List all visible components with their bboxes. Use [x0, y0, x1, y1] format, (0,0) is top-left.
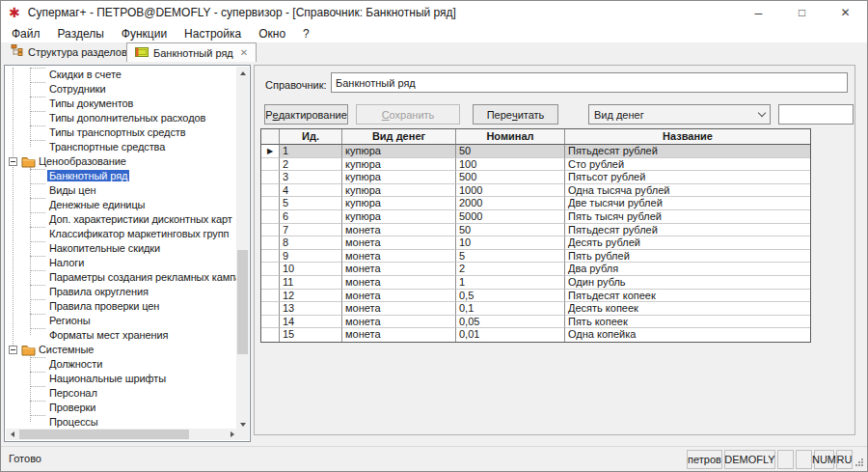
tree-item[interactable]: Должности [6, 357, 237, 372]
tree-item-label[interactable]: Скидки в счете [47, 69, 123, 80]
tree-item[interactable]: Национальные шрифты [6, 372, 237, 386]
row-selector-cell[interactable] [261, 210, 280, 224]
row-selector-cell[interactable]: ▶ [261, 145, 280, 158]
tree-item-label[interactable]: Виды цен [47, 184, 97, 196]
table-row[interactable]: 14монета0,05Пять копеек [261, 316, 810, 329]
tree-item-label[interactable]: Накопительные скидки [47, 242, 162, 254]
tree-item[interactable]: Транспортные средства [6, 140, 237, 154]
tree-item-label[interactable]: Проверки [47, 402, 97, 413]
table-row[interactable]: 5купюра2000Две тысячи рублей [261, 197, 810, 210]
row-selector-cell[interactable] [261, 171, 280, 184]
menu-item[interactable]: ? [294, 24, 318, 42]
tree-item[interactable]: Доп. характеристики дисконтных карт [6, 212, 237, 227]
menu-item[interactable]: Функции [113, 24, 176, 42]
scroll-up-button[interactable] [236, 67, 249, 79]
row-selector-cell[interactable] [261, 224, 280, 237]
tree-item-label[interactable]: Персонал [47, 387, 99, 399]
minimize-button[interactable]: – [737, 1, 780, 24]
tree-item-label[interactable]: Ценообразование [39, 155, 126, 167]
tab-banknote-row[interactable]: Банкнотный ряд✕ [126, 42, 257, 62]
menu-item[interactable]: Настройка [176, 24, 250, 42]
tree-item[interactable]: Персонал [6, 386, 237, 401]
scroll-left-button[interactable] [6, 429, 18, 440]
tree-item[interactable]: Виды цен [6, 183, 237, 198]
edit-button[interactable]: Редактирование [264, 104, 348, 125]
column-header[interactable]: Название [565, 129, 810, 145]
tree-item-label[interactable]: Правила округления [47, 286, 150, 297]
tree-item[interactable]: Проверки [6, 401, 237, 415]
row-selector-cell[interactable] [261, 197, 280, 210]
tree-item-label[interactable]: Доп. характеристики дисконтных карт [47, 213, 234, 225]
menu-item[interactable]: Окно [250, 24, 294, 42]
tree-item-label[interactable]: Регионы [47, 315, 93, 326]
tree-item[interactable]: Ценообразование [6, 154, 237, 169]
save-button[interactable]: Сохранить [356, 104, 460, 125]
tree-item-label[interactable]: Типы дополнительных расходов [47, 112, 207, 124]
tree-item[interactable]: Налоги [6, 256, 237, 270]
tree-vertical-scrollbar[interactable] [236, 67, 249, 430]
row-selector-cell[interactable] [261, 236, 280, 250]
row-selector-header[interactable] [261, 129, 280, 145]
table-row[interactable]: 10монета2Два рубля [261, 263, 810, 276]
tree-item[interactable]: Правила проверки цен [6, 299, 237, 314]
table-row[interactable]: 11монета1Один рубль [261, 276, 810, 290]
collapse-toggle-icon[interactable] [9, 157, 17, 166]
tree-item[interactable]: Денежные единицы [6, 198, 237, 212]
tree-item[interactable]: Регионы [6, 314, 237, 328]
tree-item[interactable]: Системные [6, 343, 237, 357]
row-selector-cell[interactable] [261, 302, 280, 316]
row-selector-cell[interactable] [261, 328, 280, 342]
tree-item[interactable]: Типы дополнительных расходов [6, 111, 237, 125]
maximize-button[interactable]: □ [780, 1, 824, 24]
tab-close-icon[interactable]: ✕ [240, 47, 248, 58]
tree-item[interactable]: Классификатор маркетинговых групп [6, 227, 237, 241]
tree-item[interactable]: Типы документов [6, 97, 237, 111]
tree-item-label[interactable]: Форматы мест хранения [47, 329, 170, 341]
tree-item-label[interactable]: Процессы [47, 416, 100, 428]
row-selector-cell[interactable] [261, 250, 280, 264]
table-row[interactable]: 13монета0,1Десять копеек [261, 302, 810, 316]
row-selector-cell[interactable] [261, 290, 280, 303]
table-row[interactable]: 15монета0,01Одна копейка [261, 328, 810, 342]
table-row[interactable]: 12монета0,5Пятьдесят копеек [261, 290, 810, 303]
tree-item[interactable]: Скидки в счете [6, 68, 237, 82]
horizontal-scroll-thumb[interactable] [19, 430, 189, 439]
table-row[interactable]: 7монета50Пятьдесят рублей [261, 224, 810, 237]
tree-item-label[interactable]: Классификатор маркетинговых групп [47, 228, 231, 239]
vertical-scroll-thumb[interactable] [237, 250, 248, 354]
tree-item[interactable]: Параметры создания рекламных кампаний [6, 270, 237, 285]
tree-item[interactable]: Процессы [6, 415, 237, 430]
tree-item-label[interactable]: Банкнотный ряд [47, 170, 129, 181]
column-header[interactable]: Вид денег [342, 129, 456, 145]
money-kind-dropdown[interactable]: Вид денег [588, 104, 771, 125]
tree-item[interactable]: Накопительные скидки [6, 241, 237, 256]
column-header[interactable]: Ид. [280, 129, 342, 145]
tree-item-label[interactable]: Системные [39, 344, 94, 355]
table-row[interactable]: 9монета5Пять рублей [261, 250, 810, 264]
menu-item[interactable]: Файл [3, 24, 49, 42]
tree-item-label[interactable]: Параметры создания рекламных кампаний [47, 271, 237, 283]
tree-item-label[interactable]: Транспортные средства [47, 141, 167, 153]
row-selector-cell[interactable] [261, 316, 280, 329]
row-selector-cell[interactable] [261, 276, 280, 290]
row-selector-cell[interactable] [261, 263, 280, 276]
column-header[interactable]: Номинал [456, 129, 565, 145]
tree-item[interactable]: Форматы мест хранения [6, 328, 237, 343]
collapse-toggle-icon[interactable] [9, 346, 17, 354]
tree-item-label[interactable]: Денежные единицы [47, 199, 147, 210]
table-row[interactable]: 3купюра500Пятьсот рублей [261, 171, 810, 184]
row-selector-cell[interactable] [261, 158, 280, 172]
table-row[interactable]: ▶1купюра50Пятьдесят рублей [261, 145, 810, 158]
reread-button[interactable]: Перечитать [473, 104, 558, 125]
close-button[interactable]: ✕ [824, 1, 867, 24]
tree-item-label[interactable]: Типы транспортных средств [47, 126, 187, 138]
tree-item[interactable]: Сотрудники [6, 82, 237, 97]
table-row[interactable]: 4купюра1000Одна тысяча рублей [261, 184, 810, 198]
tree-item-label[interactable]: Налоги [47, 257, 86, 268]
tree-item-label[interactable]: Типы документов [47, 97, 135, 109]
row-selector-cell[interactable] [261, 184, 280, 198]
resize-grip[interactable] [855, 458, 864, 467]
tree-item[interactable]: Банкнотный ряд [6, 169, 237, 183]
tab-sections-structure[interactable]: Структура разделов [3, 42, 135, 61]
tree-item[interactable]: Типы транспортных средств [6, 125, 237, 140]
